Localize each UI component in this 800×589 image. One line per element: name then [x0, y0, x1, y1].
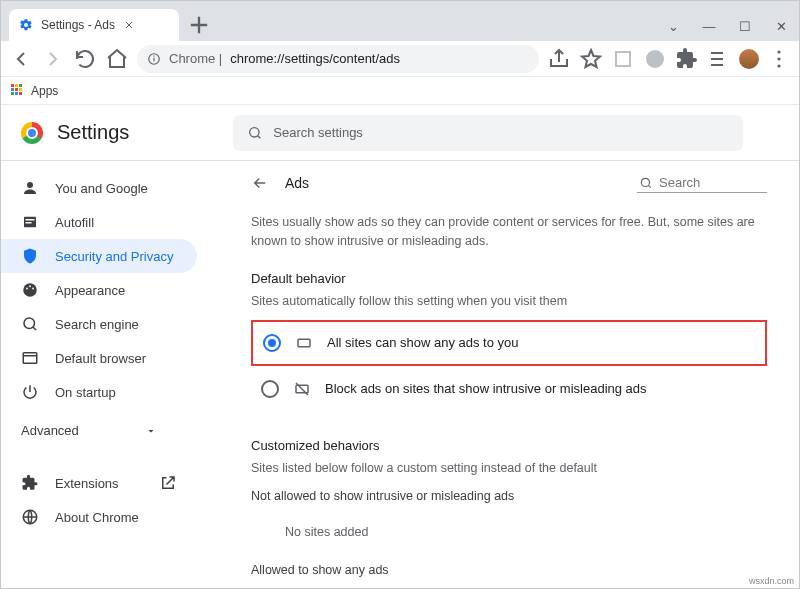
radio-block-ads[interactable]: Block ads on sites that show intrusive o… — [251, 368, 767, 410]
settings-search[interactable]: Search settings — [233, 115, 743, 151]
sidebar: You and Google Autofill Security and Pri… — [1, 161, 219, 588]
sidebar-item-label: You and Google — [55, 181, 148, 196]
custom-behaviors-subtext: Sites listed below follow a custom setti… — [251, 461, 767, 475]
sidebar-item-autofill[interactable]: Autofill — [1, 205, 197, 239]
tab-title: Settings - Ads — [41, 18, 115, 32]
apps-icon[interactable] — [11, 84, 25, 98]
forward-button[interactable] — [41, 47, 65, 71]
svg-rect-12 — [26, 222, 32, 224]
not-allowed-heading: Not allowed to show intrusive or mislead… — [251, 489, 767, 503]
sidebar-item-label: Appearance — [55, 283, 125, 298]
window-controls: ⌄ — ☐ ✕ — [655, 11, 799, 41]
extensions-icon[interactable] — [675, 47, 699, 71]
apps-label[interactable]: Apps — [31, 84, 58, 98]
minimize-button[interactable]: — — [691, 19, 727, 34]
sidebar-item-extensions[interactable]: Extensions — [1, 466, 197, 500]
sidebar-advanced[interactable]: Advanced — [1, 409, 177, 452]
bookmarks-bar: Apps — [1, 77, 799, 105]
sidebar-item-label: Security and Privacy — [55, 249, 174, 264]
svg-rect-21 — [298, 339, 310, 347]
chevron-down-icon — [145, 425, 157, 437]
omnibox-prefix: Chrome | — [169, 51, 222, 66]
sidebar-item-on-startup[interactable]: On startup — [1, 375, 197, 409]
description-text: Sites usually show ads so they can provi… — [251, 213, 767, 251]
sidebar-item-label: Autofill — [55, 215, 94, 230]
radio-allow-label: All sites can show any ads to you — [327, 335, 519, 350]
svg-point-15 — [29, 285, 31, 287]
sidebar-item-appearance[interactable]: Appearance — [1, 273, 197, 307]
home-button[interactable] — [105, 47, 129, 71]
search-icon — [21, 315, 39, 333]
highlight-box: All sites can show any ads to you — [251, 320, 767, 366]
svg-point-20 — [641, 178, 649, 186]
sidebar-item-label: Extensions — [55, 476, 119, 491]
svg-point-7 — [777, 64, 780, 67]
settings-header: Settings Search settings — [1, 105, 799, 161]
content-search-input[interactable] — [659, 175, 749, 190]
svg-rect-11 — [26, 219, 35, 221]
caret-icon[interactable]: ⌄ — [655, 19, 691, 34]
default-behavior-heading: Default behavior — [251, 271, 767, 286]
close-window-button[interactable]: ✕ — [763, 19, 799, 34]
profile-avatar[interactable] — [739, 49, 759, 69]
menu-icon[interactable] — [767, 47, 791, 71]
svg-point-16 — [32, 288, 34, 290]
sidebar-item-default-browser[interactable]: Default browser — [1, 341, 197, 375]
svg-point-5 — [777, 50, 780, 53]
settings-search-placeholder: Search settings — [273, 125, 363, 140]
radio-icon — [263, 334, 281, 352]
sidebar-item-about[interactable]: About Chrome — [1, 500, 197, 534]
page-title: Settings — [57, 121, 129, 144]
reading-list-icon[interactable] — [707, 47, 731, 71]
star-icon[interactable] — [579, 47, 603, 71]
content-header: Ads — [251, 173, 767, 193]
sidebar-item-you-and-google[interactable]: You and Google — [1, 171, 197, 205]
palette-icon — [21, 281, 39, 299]
share-icon[interactable] — [547, 47, 571, 71]
new-tab-button[interactable] — [185, 11, 213, 39]
svg-point-8 — [250, 127, 259, 136]
site-info-icon[interactable] — [147, 52, 161, 66]
ads-icon — [295, 334, 313, 352]
content-pane: Ads Sites usually show ads so they can p… — [219, 161, 799, 588]
close-tab-icon[interactable] — [123, 19, 135, 31]
svg-point-6 — [777, 57, 780, 60]
sidebar-item-security-privacy[interactable]: Security and Privacy — [1, 239, 197, 273]
sidebar-item-search-engine[interactable]: Search engine — [1, 307, 197, 341]
omnibox-url: chrome://settings/content/ads — [230, 51, 400, 66]
svg-rect-3 — [616, 52, 630, 66]
custom-behaviors-heading: Customized behaviors — [251, 438, 767, 453]
browser-toolbar: Chrome | chrome://settings/content/ads — [1, 41, 799, 77]
no-sites-text: No sites added — [251, 515, 767, 549]
content-search[interactable] — [637, 173, 767, 193]
svg-point-14 — [26, 288, 28, 290]
back-button[interactable] — [9, 47, 33, 71]
content-back-button[interactable] — [251, 174, 269, 192]
browser-tab[interactable]: Settings - Ads — [9, 9, 179, 41]
radio-allow-ads[interactable]: All sites can show any ads to you — [253, 322, 765, 364]
block-ads-icon — [293, 380, 311, 398]
radio-icon — [261, 380, 279, 398]
svg-point-17 — [24, 318, 35, 329]
search-icon — [247, 125, 263, 141]
sidebar-item-label: Default browser — [55, 351, 146, 366]
extensions-icon — [21, 474, 39, 492]
radio-block-label: Block ads on sites that show intrusive o… — [325, 381, 647, 396]
sidebar-item-label: About Chrome — [55, 510, 139, 525]
svg-rect-18 — [23, 353, 37, 364]
sidebar-item-label: Search engine — [55, 317, 139, 332]
svg-point-13 — [23, 283, 37, 297]
allowed-heading: Allowed to show any ads — [251, 563, 767, 577]
square-icon[interactable] — [611, 47, 635, 71]
svg-point-4 — [646, 50, 664, 68]
chrome-logo-icon — [21, 122, 43, 144]
svg-rect-2 — [153, 55, 154, 56]
svg-point-9 — [27, 182, 33, 188]
extension-k-icon[interactable] — [643, 47, 667, 71]
maximize-button[interactable]: ☐ — [727, 19, 763, 34]
address-bar[interactable]: Chrome | chrome://settings/content/ads — [137, 45, 539, 73]
shield-icon — [21, 247, 39, 265]
browser-icon — [21, 349, 39, 367]
reload-button[interactable] — [73, 47, 97, 71]
sidebar-item-label: On startup — [55, 385, 116, 400]
